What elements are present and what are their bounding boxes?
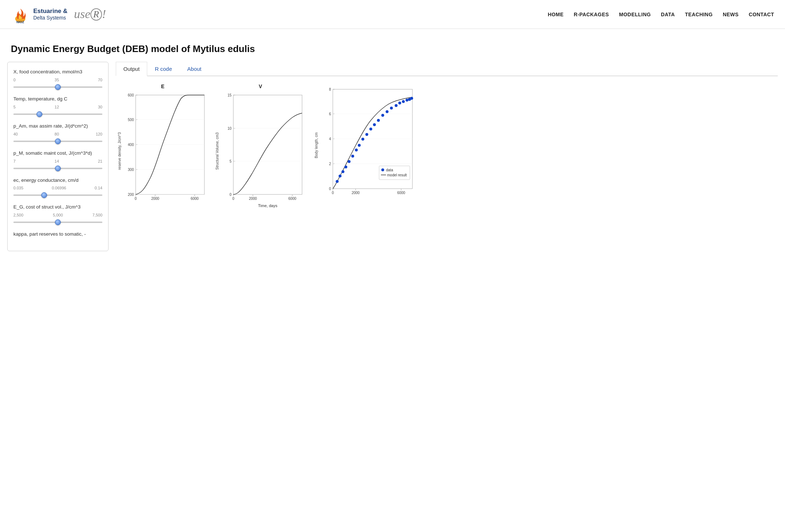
slider-pm-val: 14 [55,159,59,163]
svg-text:10: 10 [228,126,232,130]
logo-line2: Delta Systems [33,15,67,21]
slider-pam[interactable] [13,141,102,142]
svg-text:5: 5 [229,159,232,163]
svg-text:0: 0 [332,191,334,195]
logo-line1: Estuarine & [33,8,67,15]
slider-food[interactable] [13,86,102,88]
param-eg: E_G, cost of struct vol., J/cm^3 2,500 5… [13,204,102,224]
site-header: NIOZ Estuarine & Delta Systems use R ! H… [0,0,785,29]
svg-text:6000: 6000 [397,191,406,195]
svg-text:reserve density, J/cm^3: reserve density, J/cm^3 [118,132,122,170]
slider-eg[interactable] [13,222,102,223]
svg-text:Structural Volume, cm3: Structural Volume, cm3 [215,132,219,170]
svg-text:500: 500 [128,118,134,122]
data-point [410,97,413,100]
svg-text:400: 400 [128,143,134,147]
slider-pm-min: 7 [13,159,16,163]
slider-food-max: 70 [98,78,102,82]
param-kappa: kappa, part reserves to somatic, - [13,231,102,238]
svg-text:0: 0 [329,187,331,191]
slider-temp[interactable] [13,113,102,115]
content-area: Output R code About E 200 300 [116,62,778,251]
slider-temp-val: 12 [55,105,59,109]
param-pm-label: p_M, somatic maint cost, J/(cm^3*d) [13,150,102,157]
slider-eg-min: 2,500 [13,213,24,217]
svg-rect-64 [379,166,410,180]
slider-ec-max: 0.14 [95,186,102,190]
svg-text:6: 6 [329,112,331,116]
data-point [365,133,368,136]
tab-about[interactable]: About [180,62,209,76]
nav-modelling[interactable]: MODELLING [619,12,651,17]
svg-text:2000: 2000 [352,191,360,195]
svg-text:0: 0 [232,197,234,201]
slider-pm[interactable] [13,168,102,169]
data-point [358,144,361,147]
data-point [373,123,376,126]
svg-text:0: 0 [135,197,137,201]
data-point [390,107,393,110]
nav-r-packages[interactable]: R-PACKAGES [574,12,609,17]
nav-home[interactable]: HOME [548,12,564,17]
param-ec-label: ec, energy conductance, cm/d [13,177,102,184]
nioz-logo: NIOZ [11,5,30,24]
data-point [344,166,347,168]
svg-text:6000: 6000 [288,197,297,201]
param-pm: p_M, somatic maint cost, J/(cm^3*d) 7 14… [13,150,102,171]
svg-text:2000: 2000 [151,197,160,201]
data-point [361,138,364,141]
svg-rect-24 [233,95,302,194]
data-point [369,128,372,130]
svg-text:0: 0 [229,193,232,197]
chart-body-length: 0 2 4 6 8 0 2 [311,86,420,209]
slider-pam-max: 120 [96,132,102,136]
user-r-logo: use R ! [74,7,106,21]
data-point [336,180,339,183]
data-point [381,114,384,117]
charts-area: E 200 300 400 500 [116,83,778,214]
svg-text:600: 600 [128,93,134,97]
nioz-logo-icon: NIOZ [11,5,30,24]
data-point [406,99,408,102]
page-title-area: Dynamic Energy Budget (DEB) model of Myt… [0,29,785,62]
data-point [339,175,341,177]
slider-temp-min: 5 [13,105,16,109]
chart-v-wrapper: V 0 5 10 15 0 [213,83,307,214]
chart-e-title: E [161,83,164,89]
main-nav: HOME R-PACKAGES MODELLING DATA TEACHING … [548,12,774,17]
param-temp-label: Temp, temperature, dg C [13,96,102,103]
svg-text:8: 8 [329,87,331,91]
nav-news[interactable]: NEWS [723,12,739,17]
tab-output[interactable]: Output [116,62,147,76]
slider-food-val: 35 [55,78,59,82]
slider-temp-max: 30 [98,105,102,109]
slider-ec[interactable] [13,194,102,196]
main-layout: X, food concentration, mmol/m3 0 35 70 T… [0,62,785,266]
slider-food-min: 0 [13,78,16,82]
legend-model-label: model result [387,173,407,177]
slider-pam-min: 40 [13,132,18,136]
param-temp: Temp, temperature, dg C 5 12 30 [13,96,102,116]
data-point [355,149,358,151]
svg-text:300: 300 [128,168,134,172]
svg-rect-2 [136,95,204,194]
chart-v: 0 5 10 15 0 2000 6000 [213,91,307,214]
slider-eg-max: 7,500 [92,213,102,217]
svg-text:4: 4 [329,137,331,141]
param-ec: ec, energy conductance, cm/d 0.035 0.069… [13,177,102,198]
nav-data[interactable]: DATA [661,12,675,17]
svg-text:15: 15 [228,93,232,97]
legend-data-dot [381,168,384,171]
svg-text:NIOZ: NIOZ [16,20,24,24]
tabs-bar: Output R code About [116,62,778,76]
param-food-concentration: X, food concentration, mmol/m3 0 35 70 [13,69,102,89]
nav-teaching[interactable]: TEACHING [685,12,712,17]
nav-contact[interactable]: CONTACT [749,12,774,17]
slider-ec-min: 0.035 [13,186,24,190]
data-point [398,102,401,104]
legend-data-label: data [386,168,393,172]
data-point [341,170,344,173]
tab-rcode[interactable]: R code [147,62,180,76]
param-eg-label: E_G, cost of struct vol., J/cm^3 [13,204,102,211]
slider-pm-max: 21 [98,159,102,163]
